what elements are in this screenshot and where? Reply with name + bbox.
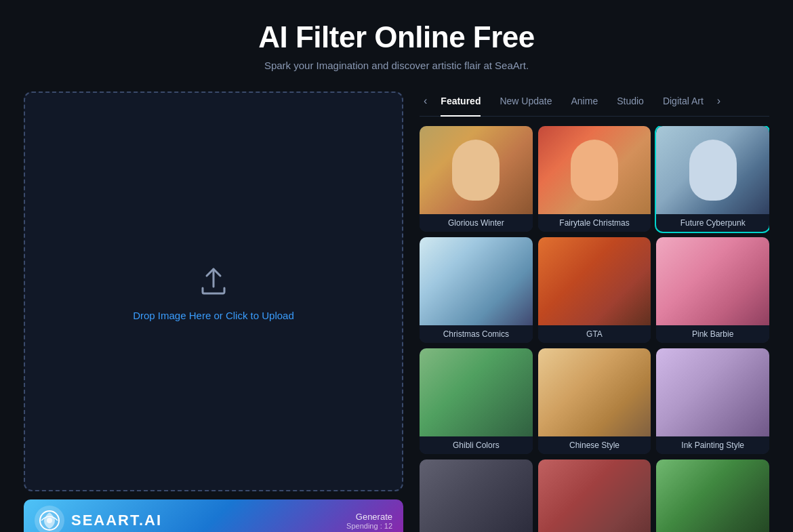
filter-image-ghibli-colors (420, 348, 533, 436)
filter-label-fairytale-christmas: Fairytale Christmas (538, 214, 651, 232)
upload-icon (195, 262, 232, 300)
filter-card-glorious-winter[interactable]: Glorious Winter (420, 126, 533, 232)
page-title: AI Filter Online Free (258, 20, 535, 54)
filter-label-pink-barbie: Pink Barbie (656, 325, 769, 343)
upload-panel[interactable]: Drop Image Here or Click to Upload (24, 91, 403, 491)
page-wrapper: AI Filter Online Free Spark your Imagina… (0, 0, 793, 532)
filter-image-future-cyberpunk (656, 126, 769, 214)
svg-point-1 (47, 518, 52, 523)
tab-studio[interactable]: Studio (607, 91, 653, 110)
tab-featured[interactable]: Featured (431, 91, 490, 110)
filter-image-gta (538, 237, 651, 325)
filter-image-row4-1 (420, 459, 533, 532)
seaart-logo-icon (39, 510, 60, 531)
filter-card-row4-1[interactable] (420, 459, 533, 532)
page-subtitle: Spark your Imagination and discover arti… (258, 60, 535, 71)
filter-card-gta[interactable]: GTA (538, 237, 651, 343)
filter-card-ghibli-colors[interactable]: Ghibli Colors (420, 348, 533, 454)
filter-label-ink-painting-style: Ink Painting Style (656, 436, 769, 454)
upload-text: Drop Image Here or Click to Upload (133, 310, 294, 321)
filter-card-chinese-style[interactable]: Chinese Style (538, 348, 651, 454)
filter-image-row4-2 (538, 459, 651, 532)
header: AI Filter Online Free Spark your Imagina… (258, 0, 535, 85)
filter-label-glorious-winter: Glorious Winter (420, 214, 533, 232)
filter-image-christmas-comics (420, 237, 533, 325)
filter-image-glorious-winter (420, 126, 533, 214)
generate-label: Generate (346, 512, 392, 522)
filter-card-row4-2[interactable] (538, 459, 651, 532)
filter-label-chinese-style: Chinese Style (538, 436, 651, 454)
filter-label-gta: GTA (538, 325, 651, 343)
tab-digital-art[interactable]: Digital Art (653, 91, 713, 110)
logo-circle (35, 506, 64, 532)
filter-grid: Glorious WinterFairytale ChristmasFuture… (420, 126, 769, 532)
filter-image-ink-painting-style (656, 348, 769, 436)
filter-card-future-cyberpunk[interactable]: Future Cyberpunk (656, 126, 769, 232)
filter-panel: ‹ Featured New Update Anime Studio Digit… (420, 91, 769, 532)
filter-label-future-cyberpunk: Future Cyberpunk (656, 214, 769, 232)
brand-name: SEAART.AI (71, 512, 162, 529)
filter-image-fairytale-christmas (538, 126, 651, 214)
tab-scroll-left[interactable]: ‹ (420, 95, 431, 107)
filter-image-row4-3 (656, 459, 769, 532)
tab-new-update[interactable]: New Update (490, 91, 561, 110)
tab-scroll-right[interactable]: › (713, 95, 725, 107)
filter-card-pink-barbie[interactable]: Pink Barbie (656, 237, 769, 343)
filter-card-christmas-comics[interactable]: Christmas Comics (420, 237, 533, 343)
tab-anime[interactable]: Anime (562, 91, 608, 110)
bottom-bar: SEAART.AI Generate Spending : 12 (24, 499, 403, 532)
filter-card-fairytale-christmas[interactable]: Fairytale Christmas (538, 126, 651, 232)
brand-logo: SEAART.AI (35, 506, 162, 532)
spending-label: Spending : 12 (346, 522, 392, 530)
filter-image-pink-barbie (656, 237, 769, 325)
generate-info: Generate Spending : 12 (346, 512, 392, 530)
filter-label-ghibli-colors: Ghibli Colors (420, 436, 533, 454)
filter-card-row4-3[interactable] (656, 459, 769, 532)
tabs-bar: ‹ Featured New Update Anime Studio Digit… (420, 91, 769, 117)
filter-card-ink-painting-style[interactable]: Ink Painting Style (656, 348, 769, 454)
main-content: Drop Image Here or Click to Upload SEAAR… (24, 91, 769, 532)
filter-image-chinese-style (538, 348, 651, 436)
filter-label-christmas-comics: Christmas Comics (420, 325, 533, 343)
